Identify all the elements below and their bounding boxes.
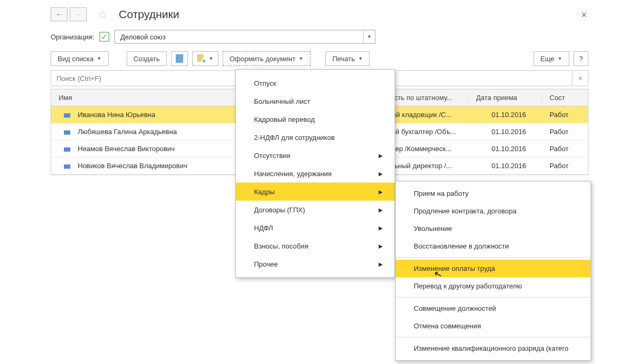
close-icon[interactable]: × xyxy=(581,10,587,21)
documents-plus-icon xyxy=(197,54,206,63)
document-icon xyxy=(176,54,183,63)
employee-icon xyxy=(64,147,70,152)
org-filter-label: Организация: xyxy=(51,33,94,41)
employee-icon xyxy=(64,113,70,118)
menu-item[interactable]: НДФЛ▶ xyxy=(236,219,395,237)
page-title: Сотрудники xyxy=(119,8,179,21)
card-view-button[interactable] xyxy=(171,51,188,66)
menu-item[interactable]: Отпуск xyxy=(236,74,395,92)
chevron-right-icon: ▶ xyxy=(379,243,383,249)
submenu-item[interactable]: Увольнение xyxy=(396,220,591,237)
view-list-button[interactable]: Вид списка▼ xyxy=(51,51,109,66)
submenu-item[interactable]: Прием на работу xyxy=(396,185,591,202)
chevron-right-icon: ▶ xyxy=(379,225,383,231)
kadry-submenu: Прием на работуПродление контракта, дого… xyxy=(395,181,591,361)
menu-item[interactable]: Прочее▶ xyxy=(236,255,395,273)
copy-button[interactable]: ▼ xyxy=(192,51,218,66)
submenu-item[interactable]: Продление контракта, договора xyxy=(396,202,591,220)
employee-icon xyxy=(64,130,70,135)
menu-item[interactable]: Начисления, удержания▶ xyxy=(236,164,395,183)
nav-forward-button[interactable]: → xyxy=(70,7,87,21)
chevron-right-icon: ▶ xyxy=(379,171,383,177)
nav-back-button[interactable]: ← xyxy=(51,7,68,21)
menu-item[interactable]: Кадры▶ xyxy=(236,183,395,201)
chevron-right-icon: ▶ xyxy=(379,261,383,267)
submenu-item[interactable]: Восстановление в должности xyxy=(396,237,591,255)
submenu-item[interactable]: Отмена совмещения xyxy=(396,317,591,335)
chevron-right-icon: ▶ xyxy=(379,189,383,195)
search-clear-button[interactable]: × xyxy=(572,70,588,86)
document-menu: ОтпускБольничный листКадровый перевод2-Н… xyxy=(235,69,395,278)
more-button[interactable]: Еще▼ xyxy=(534,51,569,66)
org-select[interactable]: Деловой союз ▼ xyxy=(114,30,375,44)
submenu-item[interactable]: Совмещение должностей xyxy=(396,300,591,317)
menu-item[interactable]: Взносы, пособия▶ xyxy=(236,237,395,255)
menu-item[interactable]: 2-НДФЛ для сотрудников xyxy=(236,128,395,146)
employee-icon xyxy=(64,164,70,169)
create-button[interactable]: Создать xyxy=(127,51,167,66)
favorite-star-icon[interactable]: ☆ xyxy=(97,8,110,21)
menu-item[interactable]: Договоры (ГПХ)▶ xyxy=(236,201,395,219)
menu-item[interactable]: Отсутствия▶ xyxy=(236,146,395,164)
org-select-dropdown-button[interactable]: ▼ xyxy=(363,30,375,43)
menu-item[interactable]: Кадровый перевод xyxy=(236,110,395,128)
help-button[interactable]: ? xyxy=(574,51,588,66)
menu-item[interactable]: Больничный лист xyxy=(236,92,395,110)
create-document-button[interactable]: Оформить документ▼ xyxy=(223,51,310,66)
chevron-right-icon: ▶ xyxy=(379,207,383,213)
submenu-item[interactable]: Изменение оплаты труда xyxy=(396,260,591,277)
org-select-value: Деловой союз xyxy=(115,30,363,43)
org-checkbox[interactable]: ✓ xyxy=(100,32,109,42)
chevron-right-icon: ▶ xyxy=(379,153,383,159)
submenu-item[interactable]: Изменение квалификационного разряда (кат… xyxy=(396,340,591,357)
submenu-item[interactable]: Перевод к другому работодателю xyxy=(396,277,591,295)
col-status[interactable]: Сост xyxy=(542,94,584,102)
col-date[interactable]: Дата приема xyxy=(469,94,542,102)
print-button[interactable]: Печать▼ xyxy=(325,51,370,66)
